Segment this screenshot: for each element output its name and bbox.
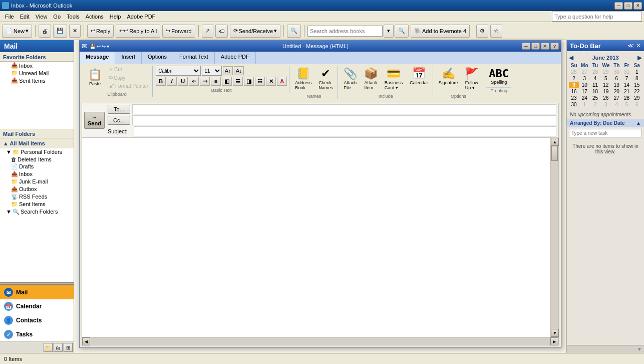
cal-day[interactable]: 30 xyxy=(611,69,621,75)
compose-undo-quick[interactable]: ↩ xyxy=(97,44,101,49)
cal-day[interactable]: 28 xyxy=(621,95,631,101)
cal-day[interactable]: 10 xyxy=(579,82,590,88)
nav-extra-3[interactable]: ⊞ xyxy=(64,343,73,352)
calendar-prev-btn[interactable]: ◀ xyxy=(569,54,573,61)
minimize-button[interactable]: ─ xyxy=(614,2,623,10)
cal-day[interactable]: 25 xyxy=(590,95,600,101)
bold-button[interactable]: B xyxy=(156,77,166,86)
cal-day[interactable]: 23 xyxy=(569,95,579,101)
rss-feeds-folder[interactable]: 📡 RSS Feeds xyxy=(0,193,74,201)
nav-extra-2[interactable]: 🗂 xyxy=(54,343,63,352)
cal-day[interactable]: 20 xyxy=(611,88,621,95)
new-task-input[interactable] xyxy=(569,129,642,137)
cal-day[interactable]: 17 xyxy=(579,88,590,95)
signature-button[interactable]: ✍ Signature xyxy=(436,66,461,92)
menu-actions[interactable]: Actions xyxy=(83,13,107,21)
cal-day[interactable]: 3 xyxy=(579,75,590,82)
send-receive-button[interactable]: ⟳ Send/Receive ▾ xyxy=(230,25,281,38)
cal-day[interactable]: 27 xyxy=(611,95,621,101)
underline-button[interactable]: U xyxy=(178,77,188,86)
toolbar-extra-2[interactable]: ☆ xyxy=(490,25,502,38)
more-format-button[interactable]: ☷ xyxy=(255,77,265,86)
compose-help-btn[interactable]: ? xyxy=(550,43,559,50)
cal-day[interactable]: 14 xyxy=(621,82,631,88)
help-search-input[interactable] xyxy=(552,12,642,22)
cal-day[interactable]: 8 xyxy=(632,75,642,82)
reply-button[interactable]: ↩ Reply xyxy=(87,25,114,38)
deleted-items-folder[interactable]: 🗑 Deleted Items xyxy=(0,156,74,163)
restore-button[interactable]: □ xyxy=(624,2,632,10)
compose-redo-quick[interactable]: ↪ xyxy=(102,44,106,49)
align-right-button[interactable]: ◨ xyxy=(244,77,254,86)
drafts-folder[interactable]: 📄 Drafts xyxy=(0,163,74,170)
compose-tab-message[interactable]: Message xyxy=(80,52,115,64)
font-grow-button[interactable]: A↑ xyxy=(223,66,233,75)
to-field-input[interactable] xyxy=(132,104,556,114)
nav-contacts-button[interactable]: 👤 Contacts xyxy=(0,313,74,327)
todo-close-btn[interactable]: ✕ xyxy=(636,42,641,49)
clear-format-button[interactable]: ✕ xyxy=(266,77,276,86)
menu-go[interactable]: Go xyxy=(50,13,64,21)
compose-editor[interactable] xyxy=(82,138,550,337)
cal-day[interactable]: 4 xyxy=(590,75,600,82)
menu-edit[interactable]: Edit xyxy=(17,13,33,21)
paste-button[interactable]: 📋 Paste xyxy=(84,66,106,89)
compose-save-quick[interactable]: 💾 xyxy=(90,44,96,49)
cut-button[interactable]: ✂ Cut xyxy=(107,66,150,73)
compose-tab-adobe-pdf[interactable]: Adobe PDF xyxy=(215,52,256,64)
hscroll-right-btn[interactable]: ▶ xyxy=(550,337,558,345)
favorite-unread[interactable]: 📁 Unread Mail xyxy=(0,69,74,77)
toolbar-extra-1[interactable]: ⚙ xyxy=(476,25,488,38)
reply-all-button[interactable]: ↩↩ Reply to All xyxy=(116,25,160,38)
business-card-button[interactable]: 💳 BusinessCard ▾ xyxy=(382,66,406,92)
tags-button[interactable]: 🏷 xyxy=(215,25,228,38)
todo-expand-btn[interactable]: ≪ xyxy=(627,42,634,49)
cal-today[interactable]: 9 xyxy=(569,82,579,88)
bullets-button[interactable]: ≡ xyxy=(211,77,221,86)
cal-day[interactable]: 13 xyxy=(611,82,621,88)
send-button[interactable]: → Send xyxy=(84,112,105,129)
cal-day[interactable]: 24 xyxy=(579,95,590,101)
compose-tab-format-text[interactable]: Format Text xyxy=(173,52,215,64)
compose-tab-insert[interactable]: Insert xyxy=(115,52,142,64)
cal-day[interactable]: 4 xyxy=(611,101,621,108)
menu-view[interactable]: View xyxy=(33,13,51,21)
compose-minimize-btn[interactable]: ─ xyxy=(522,43,530,50)
move-button[interactable]: ↗ xyxy=(202,25,213,38)
print-button[interactable]: 🖨 xyxy=(39,25,51,38)
save-button[interactable]: 💾 xyxy=(53,25,67,38)
delete-button[interactable]: ✕ xyxy=(69,25,81,38)
nav-tasks-button[interactable]: ✓ Tasks xyxy=(0,327,74,341)
find-button[interactable]: 🔍 xyxy=(287,25,301,38)
search-folders[interactable]: ▼ 🔍 Search Folders xyxy=(0,208,74,216)
cal-day[interactable]: 2 xyxy=(569,75,579,82)
menu-tools[interactable]: Tools xyxy=(64,13,83,21)
menu-help[interactable]: Help xyxy=(107,13,124,21)
menu-file[interactable]: File xyxy=(2,13,17,21)
indent-decrease-button[interactable]: ⇐ xyxy=(189,77,199,86)
subject-field-input[interactable] xyxy=(134,126,556,136)
cal-day[interactable]: 1 xyxy=(632,69,642,75)
nav-calendar-button[interactable]: 📅 Calendar xyxy=(0,299,74,313)
junk-email-folder[interactable]: 📁 Junk E-mail xyxy=(0,178,74,186)
spelling-button[interactable]: ABC Spelling xyxy=(486,66,511,86)
cal-day[interactable]: 15 xyxy=(632,82,642,88)
close-button[interactable]: ✕ xyxy=(633,2,642,10)
cc-field-input[interactable] xyxy=(132,115,556,125)
cal-day[interactable]: 26 xyxy=(600,95,612,101)
follow-up-button[interactable]: 🚩 FollowUp ▾ xyxy=(462,66,481,92)
check-names-button[interactable]: ✔ CheckNames xyxy=(316,66,336,92)
format-painter-button[interactable]: 🖌 Format Painter xyxy=(107,82,150,90)
sent-items-folder[interactable]: 📁 Sent Items xyxy=(0,201,74,208)
indent-increase-button[interactable]: ⇒ xyxy=(200,77,210,86)
forward-button[interactable]: ↪ Forward xyxy=(162,25,195,38)
cal-day[interactable]: 26 xyxy=(569,69,579,75)
address-search-go[interactable]: 🔍 xyxy=(395,25,409,38)
align-center-button[interactable]: ☰ xyxy=(233,77,243,86)
scroll-up-btn[interactable]: ▲ xyxy=(551,138,559,146)
cal-day[interactable]: 12 xyxy=(600,82,612,88)
font-size-select[interactable]: 11 xyxy=(202,66,222,76)
nav-extra-1[interactable]: 📁 xyxy=(44,343,53,352)
cal-day[interactable]: 18 xyxy=(590,88,600,95)
cal-day[interactable]: 5 xyxy=(621,101,631,108)
